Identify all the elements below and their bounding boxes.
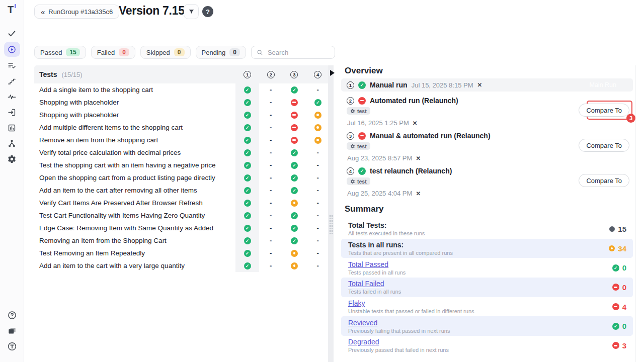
no-run-dash: -	[316, 237, 318, 244]
summary-desc: Previously passed that failed in next ru…	[348, 347, 612, 353]
search-input[interactable]	[267, 48, 327, 57]
table-row[interactable]: Open the shopping cart from a product li…	[34, 171, 330, 184]
sidebar-item-gear[interactable]	[4, 152, 20, 166]
status-cell: -	[259, 259, 283, 272]
run-date-line: Aug 23, 2025 8:57 PM✕	[341, 154, 633, 162]
filter-button[interactable]	[184, 4, 199, 19]
table-row[interactable]: Test Cart Functionality with Items Havin…	[34, 209, 330, 222]
sidebar-item-list-check[interactable]	[4, 58, 20, 72]
search-box[interactable]	[251, 46, 335, 59]
sidebar-item-check[interactable]	[4, 26, 20, 40]
table-row[interactable]: Remove an item from the shopping cart✓-	[34, 134, 330, 146]
test-name: Add multiple different items to the shop…	[34, 124, 235, 131]
summary-label: Tests in all runs:	[348, 241, 609, 249]
summary-desc: Tests that are present in all compared r…	[348, 250, 609, 256]
table-row[interactable]: Add an item to the cart after removing a…	[34, 184, 330, 197]
summary-count: 0	[622, 322, 626, 330]
filter-passed[interactable]: Passed15	[34, 46, 86, 59]
run-item: 2Automated run (Relaunch)testJul 16, 202…	[341, 96, 633, 127]
filter-pending[interactable]: Pending0	[196, 46, 246, 59]
library-icon	[7, 326, 17, 336]
skipped-status-icon	[291, 262, 298, 269]
summary-text: FlakyUnstable tests that passed or faile…	[348, 299, 612, 314]
page-title: Version 7.15	[119, 4, 185, 18]
sidebar-item-bar-chart[interactable]	[4, 121, 20, 135]
summary-list: Total Tests:All tests executed in these …	[341, 219, 633, 355]
status-cell: -	[306, 234, 330, 247]
table-row[interactable]: Test Removing an Item Repeatedly✓--	[34, 247, 330, 259]
panel-divider	[328, 65, 334, 362]
filter-skipped[interactable]: Skipped0	[140, 46, 191, 59]
status-cell: ✓	[235, 234, 259, 247]
table-row[interactable]: Add an item to the cart with a very larg…	[34, 259, 330, 272]
remove-run-icon[interactable]: ✕	[413, 120, 418, 127]
logo-accent	[15, 4, 17, 8]
overview-panel: Overview 1✓Manual runJul 15, 2025 8:15 P…	[341, 0, 633, 362]
summary-link[interactable]: Revieved	[348, 319, 612, 327]
scrollbar-track[interactable]	[635, 65, 635, 362]
branch-icon	[7, 139, 17, 148]
sidebar-item-logo-circle[interactable]	[4, 339, 20, 353]
table-row[interactable]: Test the shopping cart with an item havi…	[34, 159, 330, 171]
table-row[interactable]: Shopping with placeholder✓-✓	[34, 96, 330, 109]
help-button[interactable]: ?	[202, 6, 213, 17]
table-row[interactable]: Edge Case: Removing Item with Same Quant…	[34, 222, 330, 234]
status-cell: ✓	[235, 259, 259, 272]
sidebar-item-stairs[interactable]	[4, 74, 20, 88]
summary-value: 3	[612, 341, 626, 350]
summary-desc: Unstable tests that passed or failed in …	[348, 308, 612, 314]
compare-to-button[interactable]: Compare To	[579, 104, 629, 117]
sidebar-item-library[interactable]	[4, 324, 20, 338]
remove-run-icon[interactable]: ✕	[477, 81, 482, 88]
filter-failed[interactable]: Failed0	[91, 46, 135, 59]
table-row[interactable]: Removing an Item from the Shopping Cart✓…	[34, 234, 330, 247]
table-row[interactable]: Shopping with placeholder✓-	[34, 109, 330, 121]
failed-status-icon	[612, 303, 619, 310]
remove-run-icon[interactable]: ✕	[416, 190, 421, 197]
summary-link[interactable]: Degraded	[348, 338, 612, 346]
status-cell	[283, 121, 306, 134]
divider-grip[interactable]	[329, 215, 333, 234]
summary-link[interactable]: Total Failed	[348, 280, 612, 288]
status-cell: -	[259, 197, 283, 209]
back-button[interactable]: « RunGroup #13a335c6	[34, 5, 119, 19]
no-run-dash: -	[270, 249, 272, 257]
no-run-dash: -	[270, 262, 272, 269]
summary-value: ✓0	[612, 322, 626, 330]
filter-label: Pending	[202, 49, 226, 56]
status-cell: ✓	[283, 159, 306, 171]
remove-run-icon[interactable]: ✕	[416, 155, 421, 162]
sidebar-item-activity[interactable]	[4, 89, 20, 104]
status-cell: ✓	[283, 234, 306, 247]
table-row[interactable]: Add multiple different items to the shop…	[34, 121, 330, 134]
compare-to-button[interactable]: Compare To	[579, 139, 629, 152]
table-row[interactable]: Verify total price calculation with deci…	[34, 146, 330, 159]
passed-status-icon: ✓	[358, 167, 366, 175]
summary-row: Total PassedTests passed in all runs✓0	[341, 258, 633, 278]
panel-collapse-handle[interactable]	[330, 70, 335, 76]
summary-row: FlakyUnstable tests that passed or faile…	[341, 297, 633, 317]
run-number-badge: 2	[347, 97, 354, 105]
run-number-badge: 4	[314, 71, 321, 78]
sidebar-item-play-circle[interactable]	[4, 42, 20, 57]
summary-row: Tests in all runs:Tests that are present…	[341, 239, 633, 258]
test-name: Remove an item from the shopping cart	[34, 136, 235, 144]
sidebar-item-import[interactable]	[4, 105, 20, 119]
run-name: test relaunch (Relaunch)	[370, 167, 452, 175]
passed-status-icon: ✓	[244, 200, 251, 207]
status-cell: -	[259, 146, 283, 159]
sidebar-item-branch[interactable]	[4, 136, 20, 150]
summary-link[interactable]: Total Passed	[348, 260, 612, 268]
table-row[interactable]: Verify Cart Items Are Preserved After Br…	[34, 197, 330, 209]
sidebar-item-help-circle[interactable]	[4, 308, 20, 322]
summary-link[interactable]: Flaky	[348, 299, 612, 307]
compare-to-button[interactable]: Compare To	[579, 174, 629, 187]
status-cell	[306, 134, 330, 146]
run-number-badge: 3	[290, 71, 298, 78]
filter-label: Failed	[97, 49, 115, 56]
passed-status-icon: ✓	[244, 187, 251, 194]
column-header-run-1: 1	[235, 65, 259, 83]
passed-status-icon: ✓	[244, 86, 251, 94]
table-row[interactable]: Add a single item to the shopping cart✓-…	[34, 83, 330, 96]
run-date: Aug 23, 2025 8:57 PM	[347, 154, 412, 162]
